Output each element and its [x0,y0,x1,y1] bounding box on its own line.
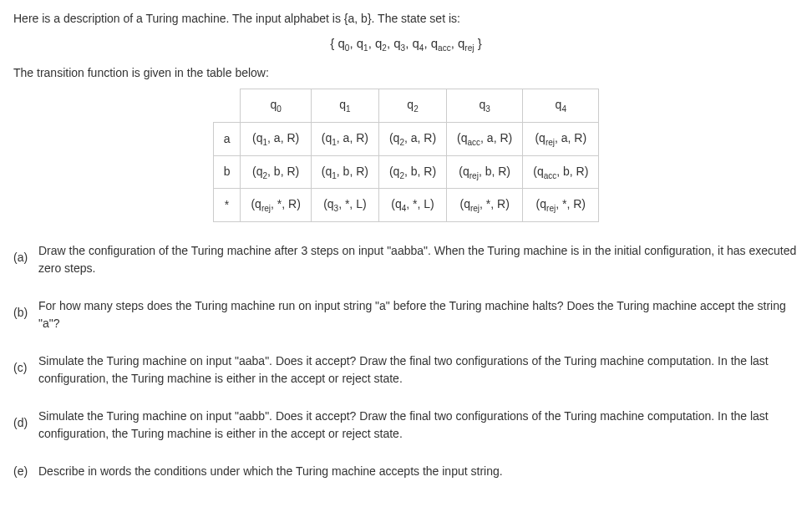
question-label: (e) [13,463,38,480]
question-e: (e) Describe in words the conditions und… [13,463,799,480]
cell: (q4, *, L) [378,189,446,222]
transition-intro-text: The transition function is given in the … [13,64,799,82]
table-row: a (q1, a, R) (q1, a, R) (q2, a, R) (qacc… [213,122,599,155]
cell: (qrej, b, R) [447,155,523,189]
question-text: Draw the configuration of the Turing mac… [38,242,799,277]
question-label: (b) [13,297,38,322]
cell: (q2, b, R) [378,155,446,189]
table-header-row: q0 q1 q2 q3 q4 [213,89,599,123]
question-label: (d) [13,408,38,432]
col-header-q2: q2 [378,89,446,123]
question-c: (c) Simulate the Turing machine on input… [13,352,799,388]
cell: (q1, a, R) [311,122,378,155]
question-b: (b) For how many steps does the Turing m… [13,297,799,332]
question-label: (a) [13,242,38,266]
state-set: { q0, q1, q2, q3, q4, qacc, qrej } [13,34,799,54]
row-symbol: a [213,122,241,155]
cell: (q2, a, R) [378,122,446,155]
cell: (qrej, *, R) [241,189,311,222]
question-text: Simulate the Turing machine on input "aa… [38,408,799,443]
cell: (qrej, *, R) [447,189,523,222]
question-a: (a) Draw the configuration of the Turing… [13,242,799,277]
cell: (q1, b, R) [311,155,378,189]
cell: (qacc, b, R) [523,155,599,189]
cell: (qrej, a, R) [523,122,599,155]
question-text: Simulate the Turing machine on input "aa… [38,352,799,388]
cell: (qrej, *, R) [523,189,599,222]
col-header-q3: q3 [447,89,523,123]
question-text: For how many steps does the Turing machi… [38,297,799,332]
cell: (qacc, a, R) [447,122,523,155]
row-symbol: b [213,155,241,189]
row-symbol: * [213,189,241,222]
table-row: * (qrej, *, R) (q3, *, L) (q4, *, L) (qr… [213,189,599,222]
col-header-q1: q1 [311,89,378,123]
question-d: (d) Simulate the Turing machine on input… [13,408,799,443]
col-header-q0: q0 [241,89,311,123]
question-text: Describe in words the conditions under w… [38,463,799,480]
table-row: b (q2, b, R) (q1, b, R) (q2, b, R) (qrej… [213,155,599,189]
cell: (q1, a, R) [241,122,311,155]
question-label: (c) [13,352,38,377]
cell: (q2, b, R) [241,155,311,189]
col-header-q4: q4 [523,89,599,123]
cell: (q3, *, L) [311,189,378,222]
intro-alphabet-text: Here is a description of a Turing machin… [13,10,799,28]
transition-table: q0 q1 q2 q3 q4 a (q1, a, R) (q1, a, R) (… [213,89,600,222]
